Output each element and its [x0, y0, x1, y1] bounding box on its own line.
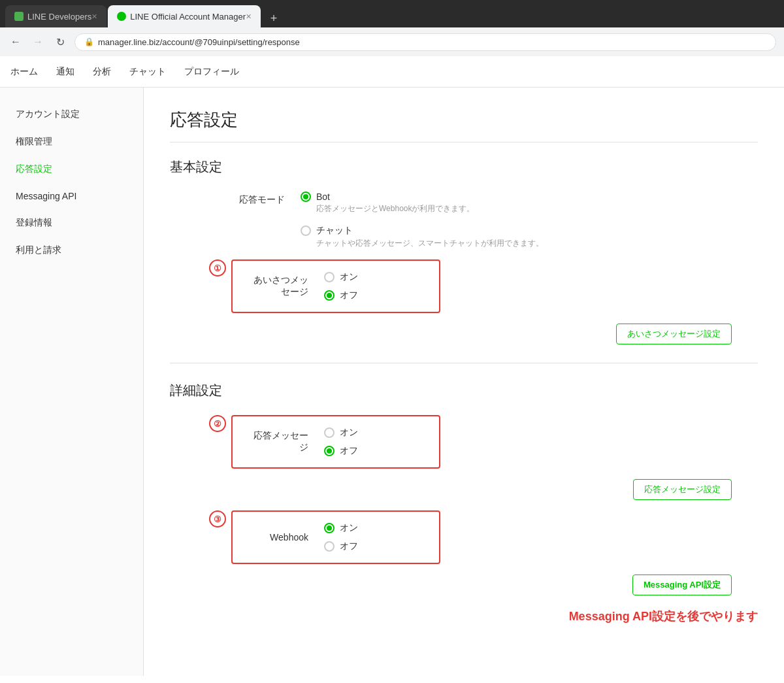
greeting-row: あいさつメッセージ オン オフ	[246, 271, 426, 301]
greeting-label: あいさつメッセージ	[246, 275, 324, 298]
tab-line-official-label: LINE Official Account Manager	[130, 12, 246, 22]
nav-notifications[interactable]: 通知	[56, 57, 74, 87]
top-nav: ホーム 通知 分析 チャット プロフィール	[0, 56, 784, 88]
sidebar-item-registration[interactable]: 登録情報	[0, 209, 143, 237]
greeting-on-radio[interactable]	[324, 272, 335, 282]
address-bar: ← → ↻ 🔒 manager.line.biz/account/@709uin…	[0, 27, 784, 56]
webhook-on-label: オン	[340, 522, 358, 534]
section-divider	[170, 363, 758, 363]
response-msg-off-option[interactable]: オフ	[324, 445, 358, 457]
response-mode-bot-option: Bot 応答メッセージとWebhookが利用できます。	[301, 192, 544, 214]
sidebar: アカウント設定 権限管理 応答設定 Messaging API 登録情報 利用と…	[0, 88, 144, 676]
response-msg-label: 応答メッセージ	[246, 430, 324, 454]
webhook-btn-row: Messaging API設定	[170, 575, 758, 595]
greeting-on-label: オン	[340, 271, 358, 283]
nav-profile[interactable]: プロフィール	[184, 57, 239, 87]
webhook-off-radio[interactable]	[324, 541, 335, 552]
chat-desc: チャットや応答メッセージ、スマートチャットが利用できます。	[316, 238, 544, 249]
tab-close-official[interactable]: ✕	[246, 12, 252, 21]
greeting-settings-button[interactable]: あいさつメッセージ設定	[616, 324, 732, 344]
sidebar-item-account-settings[interactable]: アカウント設定	[0, 101, 143, 128]
response-msg-on-option[interactable]: オン	[324, 427, 358, 439]
sidebar-item-billing[interactable]: 利用と請求	[0, 237, 143, 264]
greeting-off-option[interactable]: オフ	[324, 290, 358, 301]
response-msg-box: 応答メッセージ オン オフ	[231, 415, 440, 469]
chat-label: チャット	[316, 225, 353, 237]
basic-settings-title: 基本設定	[170, 158, 758, 176]
greeting-options: オン オフ	[324, 271, 358, 301]
reload-button[interactable]: ↻	[52, 34, 68, 50]
bot-radio-row[interactable]: Bot	[301, 192, 544, 202]
sidebar-item-messaging-api[interactable]: Messaging API	[0, 183, 143, 209]
webhook-on-radio[interactable]	[324, 523, 335, 533]
layout: アカウント設定 権限管理 応答設定 Messaging API 登録情報 利用と…	[0, 88, 784, 676]
webhook-off-label: オフ	[340, 541, 358, 552]
line-official-favicon	[117, 12, 126, 21]
detail-settings-title: 詳細設定	[170, 382, 758, 399]
chat-radio[interactable]	[301, 225, 311, 236]
response-mode-chat-option: チャット チャットや応答メッセージ、スマートチャットが利用できます。	[301, 225, 544, 249]
messaging-api-settings-button[interactable]: Messaging API設定	[632, 575, 732, 595]
response-msg-annotation: ②	[209, 415, 226, 432]
tab-line-developers[interactable]: LINE Developers ✕	[5, 5, 106, 27]
webhook-on-option[interactable]: オン	[324, 522, 358, 534]
url-bar[interactable]: 🔒 manager.line.biz/account/@709uinpi/set…	[74, 33, 776, 51]
response-msg-off-radio[interactable]	[324, 446, 335, 456]
response-mode-row: 応答モード Bot 応答メッセージとWebhookが利用できます。 チャット チ…	[170, 192, 758, 249]
page-title: 応答設定	[170, 108, 758, 142]
bot-label: Bot	[316, 192, 330, 202]
bot-radio[interactable]	[301, 192, 311, 202]
greeting-off-label: オフ	[340, 290, 358, 301]
forward-button[interactable]: →	[30, 34, 46, 50]
response-msg-off-label: オフ	[340, 445, 358, 457]
sidebar-item-response-settings[interactable]: 応答設定	[0, 156, 143, 183]
response-msg-on-radio[interactable]	[324, 427, 335, 438]
greeting-btn-row: あいさつメッセージ設定	[170, 324, 758, 344]
greeting-on-option[interactable]: オン	[324, 271, 358, 283]
tab-bar: LINE Developers ✕ LINE Official Account …	[0, 0, 784, 27]
nav-analytics[interactable]: 分析	[93, 57, 111, 87]
webhook-box: Webhook オン オフ	[231, 510, 440, 564]
response-msg-btn-row: 応答メッセージ設定	[170, 479, 758, 500]
response-mode-label: 応答モード	[209, 192, 301, 206]
sidebar-item-permissions[interactable]: 権限管理	[0, 128, 143, 156]
browser-window: LINE Developers ✕ LINE Official Account …	[0, 0, 784, 56]
tab-line-official[interactable]: LINE Official Account Manager ✕	[108, 5, 261, 27]
nav-home[interactable]: ホーム	[10, 57, 38, 87]
line-dev-favicon	[14, 12, 24, 21]
greeting-box: あいさつメッセージ オン オフ	[231, 259, 440, 313]
nav-chat[interactable]: チャット	[129, 57, 166, 87]
webhook-off-option[interactable]: オフ	[324, 541, 358, 552]
webhook-row: Webhook オン オフ	[246, 522, 426, 552]
webhook-label: Webhook	[246, 532, 324, 542]
greeting-off-radio[interactable]	[324, 290, 335, 301]
response-msg-settings-button[interactable]: 応答メッセージ設定	[633, 479, 732, 500]
bot-desc: 応答メッセージとWebhookが利用できます。	[316, 203, 544, 214]
tab-line-dev-label: LINE Developers	[27, 12, 91, 22]
back-button[interactable]: ←	[8, 34, 24, 50]
lock-icon: 🔒	[84, 37, 94, 46]
main-content: 応答設定 基本設定 応答モード Bot 応答メッセージとWebhookが利用でき…	[144, 88, 784, 676]
response-msg-on-label: オン	[340, 427, 358, 439]
chat-radio-row[interactable]: チャット	[301, 225, 544, 237]
response-msg-row: 応答メッセージ オン オフ	[246, 427, 426, 457]
response-msg-options: オン オフ	[324, 427, 358, 457]
greeting-annotation: ①	[209, 259, 226, 276]
bottom-annotation: Messaging API設定を後でやります	[170, 608, 758, 624]
response-mode-options: Bot 応答メッセージとWebhookが利用できます。 チャット チャットや応答…	[301, 192, 544, 249]
url-text: manager.line.biz/account/@709uinpi/setti…	[98, 37, 300, 47]
webhook-options: オン オフ	[324, 522, 358, 552]
tab-close-dev[interactable]: ✕	[91, 12, 97, 21]
new-tab-button[interactable]: +	[265, 9, 283, 27]
webhook-annotation: ③	[209, 510, 226, 527]
